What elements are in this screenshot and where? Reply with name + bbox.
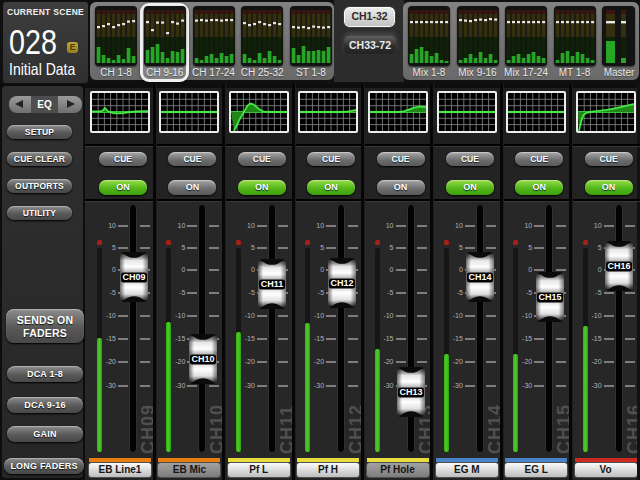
svg-text:CH15: CH15 (538, 292, 561, 302)
svg-text:CH13: CH13 (399, 387, 422, 397)
svg-text:CH09: CH09 (122, 272, 145, 282)
svg-text:CH11: CH11 (261, 279, 284, 289)
svg-text:CH16: CH16 (608, 261, 631, 271)
svg-text:CH10: CH10 (191, 354, 214, 364)
svg-text:CH14: CH14 (469, 272, 492, 282)
svg-text:CH12: CH12 (330, 278, 353, 288)
